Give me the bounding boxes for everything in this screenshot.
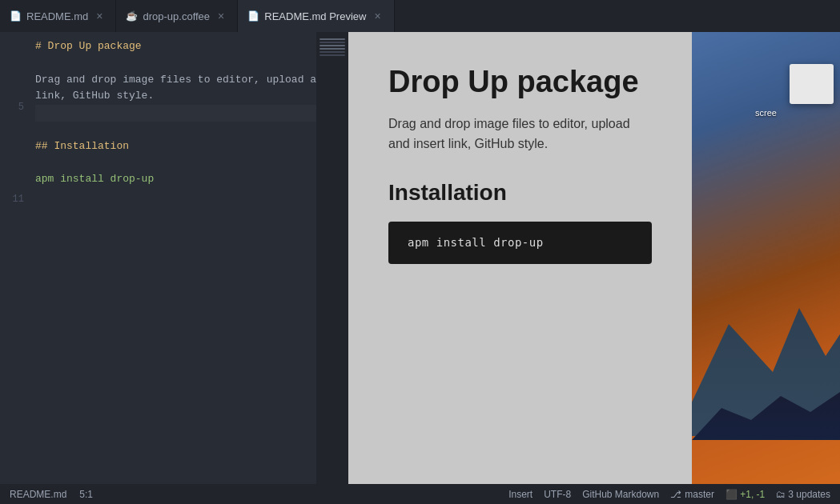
code-area[interactable]: # Drop Up package Drag and drop image fi… [29, 32, 316, 484]
code-line-4: link, GitHub style. [35, 88, 316, 105]
code-line-3: Drag and drop image files to editor, upl… [35, 72, 316, 89]
tab-readme-md-close[interactable]: × [93, 8, 106, 24]
code-line-7: ## Installation [35, 138, 316, 155]
tab-bar: 📄 README.md × ☕ drop-up.coffee × 📄 READM… [0, 0, 840, 32]
status-syntax: GitHub Markdown [582, 489, 659, 500]
branch-name: master [685, 489, 714, 500]
code-line-5 [35, 105, 316, 122]
screen-thumbnail [790, 64, 834, 104]
updates-icon: 🗂 [776, 489, 786, 500]
install-command: apm install drop-up [408, 236, 544, 249]
tab-preview-close[interactable]: × [371, 8, 384, 24]
line-num-6 [0, 115, 24, 130]
updates-text: 3 updates [788, 489, 830, 500]
status-position: 5:1 [79, 489, 93, 500]
tab-readme-preview[interactable]: 📄 README.md Preview × [238, 0, 394, 32]
updates-badge: 🗂 3 updates [776, 489, 830, 500]
minimap-line [320, 51, 345, 53]
line-num-10 [0, 177, 24, 192]
branch-icon: ⎇ [670, 489, 681, 500]
minimap-line [320, 48, 345, 50]
line-num-2 [0, 54, 24, 69]
tab-drop-up-coffee[interactable]: ☕ drop-up.coffee × [116, 0, 238, 32]
tab-readme-md-label: README.md [26, 10, 88, 22]
code-line-8 [35, 155, 316, 172]
minimap-line [320, 54, 345, 56]
tab-preview-icon: 📄 [247, 10, 259, 22]
screen-label: scree [692, 108, 840, 118]
line-num-5: 5 [0, 100, 24, 115]
code-line-2 [35, 55, 316, 72]
line-num-1 [0, 38, 24, 54]
preview-installation-title: Installation [388, 180, 652, 206]
tab-readme-md-icon: 📄 [10, 10, 22, 22]
preview-code-block: apm install drop-up [388, 222, 652, 264]
preview-panel[interactable]: Drop Up package Drag and drop image file… [348, 32, 692, 484]
line-num-3 [0, 69, 24, 84]
line-num-7 [0, 130, 24, 146]
status-insert-mode: Insert [508, 489, 533, 500]
git-changes-text: +1, -1 [740, 489, 765, 500]
line-num-4 [0, 85, 24, 100]
code-line-1: # Drop Up package [35, 38, 316, 55]
tab-coffee-icon: ☕ [126, 10, 138, 22]
code-line-10 [35, 188, 316, 205]
tab-coffee-close[interactable]: × [215, 8, 227, 24]
tab-readme-preview-label: README.md Preview [264, 10, 366, 22]
git-changes: ⬛ +1, -1 [725, 489, 765, 500]
line-num-8 [0, 146, 24, 161]
tab-readme-md[interactable]: 📄 README.md × [0, 0, 116, 32]
tab-drop-up-coffee-label: drop-up.coffee [143, 10, 210, 22]
line-num-11: 11 [0, 192, 24, 207]
git-branch-info: ⎇ master [670, 489, 714, 500]
status-right: Insert UTF-8 GitHub Markdown ⎇ master ⬛ … [508, 489, 830, 500]
desktop-wallpaper: scree [692, 32, 840, 484]
editor-content[interactable]: 5 11 # Drop Up package Drag and drop ima… [0, 32, 348, 484]
heading-text: # Drop Up package [35, 40, 142, 52]
minimap-line [320, 42, 345, 43]
line-numbers: 5 11 [0, 32, 29, 484]
editor-panel: 5 11 # Drop Up package Drag and drop ima… [0, 32, 348, 484]
status-filename: README.md [10, 489, 66, 500]
code-line-11 [35, 205, 316, 222]
minimap-line [320, 45, 345, 46]
status-encoding: UTF-8 [544, 489, 571, 500]
preview-description: Drag and drop image files to editor, upl… [388, 114, 652, 154]
code-line-9: apm install drop-up [35, 171, 316, 188]
status-bar: README.md 5:1 Insert UTF-8 GitHub Markdo… [0, 484, 840, 504]
preview-title: Drop Up package [388, 64, 652, 101]
main-area: 5 11 # Drop Up package Drag and drop ima… [0, 32, 840, 484]
minimap [316, 32, 348, 484]
minimap-line [320, 38, 345, 40]
code-line-6 [35, 122, 316, 138]
line-num-9 [0, 162, 24, 177]
